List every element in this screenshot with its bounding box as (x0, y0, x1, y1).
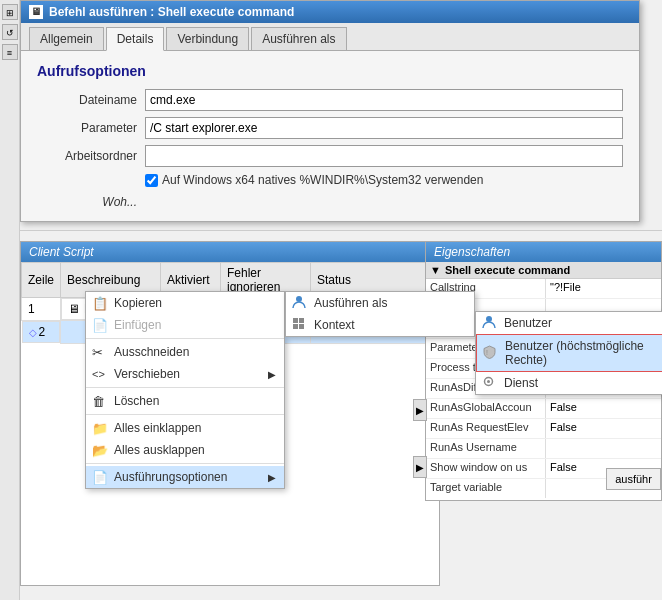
props-value-callstring: "?!File (546, 279, 661, 298)
tab-verbindung[interactable]: Verbindung (166, 27, 249, 50)
menu-ausklappen[interactable]: 📂 Alles ausklappen (86, 439, 284, 461)
submenu-kontext-label: Kontext (314, 318, 355, 332)
submenu-ausfuehren-als-label: Ausführen als (314, 296, 387, 310)
menu-einfuegen[interactable]: 📄 Einfügen (86, 314, 284, 336)
svg-rect-3 (293, 324, 298, 329)
verschieben-icon: <> (92, 368, 105, 380)
left-toolbar: ⊞ ↺ ≡ (0, 0, 20, 600)
toolbar-btn-3[interactable]: ≡ (2, 44, 18, 60)
titlebar-icon: 🖥 (29, 5, 43, 19)
ausfuehren-label: ausführ (615, 473, 652, 485)
submenu2-dienst[interactable]: Dienst (476, 372, 662, 394)
bottom-section: Client Script Zeile Beschreibung Aktivie… (0, 230, 662, 600)
svg-text:!: ! (486, 349, 488, 356)
client-script-titlebar: Client Script (21, 242, 439, 262)
separator-4 (86, 463, 284, 464)
arbeitsordner-label: Arbeitsordner (37, 149, 137, 163)
row-icon: 🖥 (68, 302, 80, 316)
parameter-label: Parameter (37, 121, 137, 135)
menu-einklappen[interactable]: 📁 Alles einklappen (86, 417, 284, 439)
svg-point-8 (487, 380, 490, 383)
menu-verschieben[interactable]: <> Verschieben ▶ (86, 363, 284, 385)
expand-arrow-1[interactable]: ▶ (413, 399, 427, 421)
props-name-runasrequest: RunAs RequestElev (426, 419, 546, 438)
menu-ausklappen-label: Alles ausklappen (114, 443, 205, 457)
dienst-icon (482, 375, 495, 391)
menu-kopieren[interactable]: 📋 Kopieren (86, 292, 284, 314)
loeschen-icon: 🗑 (92, 394, 105, 409)
props-title: Eigenschaften (434, 245, 510, 259)
menu-ausschneiden-label: Ausschneiden (114, 345, 189, 359)
dateiname-input[interactable] (145, 89, 623, 111)
shield-icon: ! (483, 345, 496, 362)
menu-loeschen-label: Löschen (114, 394, 159, 408)
einfuegen-icon: 📄 (92, 318, 108, 333)
section-title: Aufrufsoptionen (37, 63, 623, 79)
dateiname-label: Dateiname (37, 93, 137, 107)
woh-label: Woh... (37, 195, 137, 209)
woh-row: Woh... (37, 195, 623, 209)
tab-allgemein[interactable]: Allgemein (29, 27, 104, 50)
props-name-runasglobal: RunAsGlobalAccoun (426, 399, 546, 418)
toolbar-btn-1[interactable]: ⊞ (2, 4, 18, 20)
menu-loeschen[interactable]: 🗑 Löschen (86, 390, 284, 412)
svg-point-5 (486, 316, 492, 322)
x64-checkbox[interactable] (145, 174, 158, 187)
separator-3 (86, 414, 284, 415)
submenu2-benutzer[interactable]: Benutzer (476, 312, 662, 334)
props-row-runasuser: RunAs Username (426, 439, 661, 459)
dateiname-row: Dateiname (37, 89, 623, 111)
submenu-ausfuehren-als[interactable]: Ausführen als (286, 292, 474, 314)
parameter-input[interactable] (145, 117, 623, 139)
submenu2-dienst-label: Dienst (504, 376, 538, 390)
svg-rect-4 (299, 324, 304, 329)
tab-ausfuehren-als[interactable]: Ausführen als (251, 27, 346, 50)
menu-kopieren-label: Kopieren (114, 296, 162, 310)
cell-zeile: ◇2 (22, 321, 61, 343)
props-titlebar: Eigenschaften (426, 242, 661, 262)
menu-einfuegen-label: Einfügen (114, 318, 161, 332)
props-name-target: Target variable (426, 479, 546, 498)
menu-ausschneiden[interactable]: ✂ Ausschneiden (86, 341, 284, 363)
kontext-icon (292, 317, 305, 333)
checkbox-row: Auf Windows x64 natives %WINDIR%\System3… (145, 173, 623, 187)
menu-verschieben-label: Verschieben (114, 367, 180, 381)
arbeitsordner-input[interactable] (145, 145, 623, 167)
ausschneiden-icon: ✂ (92, 345, 103, 360)
col-zeile: Zeile (22, 263, 61, 298)
benutzer-icon (482, 315, 496, 332)
toolbar-btn-2[interactable]: ↺ (2, 24, 18, 40)
ausfuehren-button[interactable]: ausführ (606, 468, 661, 490)
props-name-showwindow: Show window on us (426, 459, 546, 478)
client-script-title: Client Script (29, 245, 94, 259)
arbeitsordner-row: Arbeitsordner (37, 145, 623, 167)
separator-1 (86, 338, 284, 339)
dialog-tabs: Allgemein Details Verbindung Ausführen a… (21, 23, 639, 51)
submenu-ausfuehren: Ausführen als Kontext (285, 291, 475, 337)
ausklappen-icon: 📂 (92, 443, 108, 458)
context-menu: 📋 Kopieren 📄 Einfügen ✂ Ausschneiden <> … (85, 291, 285, 489)
menu-ausfuehrungsoptionen-label: Ausführungsoptionen (114, 470, 227, 484)
submenu2-benutzer-label: Benutzer (504, 316, 552, 330)
tab-details[interactable]: Details (106, 27, 165, 51)
menu-ausfuehrungsoptionen[interactable]: 📄 Ausführungsoptionen ▶ (86, 466, 284, 488)
props-group-header: ▼ Shell execute command (426, 262, 661, 279)
props-value-runasuser (546, 439, 661, 458)
ausfuehrungs-arrow: ▶ (268, 472, 276, 483)
submenu2-benutzer-rechte-label: Benutzer (höchstmögliche Rechte) (505, 339, 662, 367)
checkbox-label: Auf Windows x64 natives %WINDIR%\System3… (162, 173, 483, 187)
props-row-runasrequest: RunAs RequestElev False (426, 419, 661, 439)
submenu-kontext[interactable]: Kontext (286, 314, 474, 336)
top-dialog: 🖥 Befehl ausführen : Shell execute comma… (20, 0, 640, 222)
submenu2-benutzer-rechte[interactable]: ! Benutzer (höchstmögliche Rechte) (476, 334, 662, 372)
expand-arrow-2[interactable]: ▶ (413, 456, 427, 478)
collapse-icon: ▼ (430, 264, 441, 276)
einklappen-icon: 📁 (92, 421, 108, 436)
props-value-runasrequest: False (546, 419, 661, 438)
svg-rect-1 (293, 318, 298, 323)
menu-einklappen-label: Alles einklappen (114, 421, 201, 435)
ausfuehren-als-icon (292, 295, 306, 312)
dialog-content: Aufrufsoptionen Dateiname Parameter Arbe… (21, 51, 639, 221)
verschieben-arrow: ▶ (268, 369, 276, 380)
props-row-runasglobal: RunAsGlobalAccoun False (426, 399, 661, 419)
